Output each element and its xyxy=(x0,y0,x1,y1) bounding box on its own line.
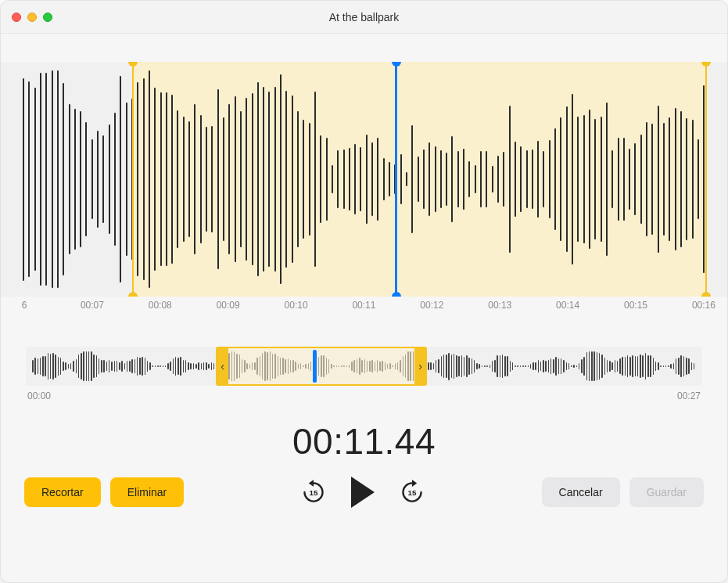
play-icon xyxy=(351,477,375,508)
overview-end-label: 00:27 xyxy=(677,390,701,401)
voice-memo-edit-window: At the ballpark 600:0700:0800:0900:1000:… xyxy=(0,0,728,583)
skip-forward-15-icon: 15 xyxy=(400,480,425,505)
overview-time-labels: 00:00 00:27 xyxy=(27,390,701,401)
overview-waveform-area[interactable]: ‹ › xyxy=(26,347,702,386)
confirm-buttons: Cancelar Guardar xyxy=(542,477,704,507)
svg-text:15: 15 xyxy=(310,488,318,497)
trim-end-handle[interactable] xyxy=(705,62,707,297)
edit-buttons: Recortar Eliminar xyxy=(24,477,184,507)
timeline-tick: 00:12 xyxy=(416,300,447,320)
bottom-toolbar: Recortar Eliminar 15 xyxy=(23,477,705,511)
main-timeline-ticks: 600:0700:0800:0900:1000:1100:1200:1300:1… xyxy=(9,297,719,320)
overview-playhead[interactable] xyxy=(313,350,317,383)
overview-trim-end-handle[interactable]: › xyxy=(414,348,427,384)
overview-selection[interactable]: ‹ › xyxy=(216,347,426,386)
timeline-tick: 00:09 xyxy=(213,300,244,320)
timeline-tick: 00:07 xyxy=(77,300,108,320)
trim-button[interactable]: Recortar xyxy=(24,477,101,507)
editor-content: 600:0700:0800:0900:1000:1100:1200:1300:1… xyxy=(1,34,727,582)
timeline-tick: 00:13 xyxy=(484,300,515,320)
fullscreen-window-button[interactable] xyxy=(43,13,52,22)
trim-start-handle[interactable] xyxy=(132,62,134,297)
timeline-tick: 00:15 xyxy=(620,300,651,320)
window-controls xyxy=(12,13,52,22)
timeline-tick: 00:08 xyxy=(145,300,176,320)
main-waveform xyxy=(23,70,705,289)
timeline-tick: 6 xyxy=(9,300,40,320)
skip-forward-button[interactable]: 15 xyxy=(400,480,425,505)
close-window-button[interactable] xyxy=(12,13,21,22)
window-title: At the ballpark xyxy=(1,11,727,23)
timeline-tick: 00:11 xyxy=(348,300,379,320)
svg-marker-2 xyxy=(412,480,417,487)
minimize-window-button[interactable] xyxy=(27,13,37,22)
cancel-button[interactable]: Cancelar xyxy=(542,477,620,507)
overview-start-label: 00:00 xyxy=(27,390,51,401)
current-time-display: 00:11.44 xyxy=(23,420,705,462)
timeline-tick: 00:14 xyxy=(552,300,583,320)
save-button: Guardar xyxy=(629,477,704,507)
delete-button[interactable]: Eliminar xyxy=(110,477,185,507)
skip-back-button[interactable]: 15 xyxy=(301,480,326,505)
main-waveform-area[interactable] xyxy=(1,62,727,297)
overview-trim-start-handle[interactable]: ‹ xyxy=(216,348,228,384)
playhead[interactable] xyxy=(395,62,397,297)
play-button[interactable] xyxy=(351,477,375,508)
svg-text:15: 15 xyxy=(408,488,417,497)
titlebar: At the ballpark xyxy=(1,1,727,34)
svg-marker-0 xyxy=(309,480,314,487)
timeline-tick: 00:10 xyxy=(281,300,312,320)
playback-controls: 15 15 xyxy=(301,477,425,508)
timeline-tick: 00:16 xyxy=(688,300,719,320)
skip-back-15-icon: 15 xyxy=(301,480,326,505)
